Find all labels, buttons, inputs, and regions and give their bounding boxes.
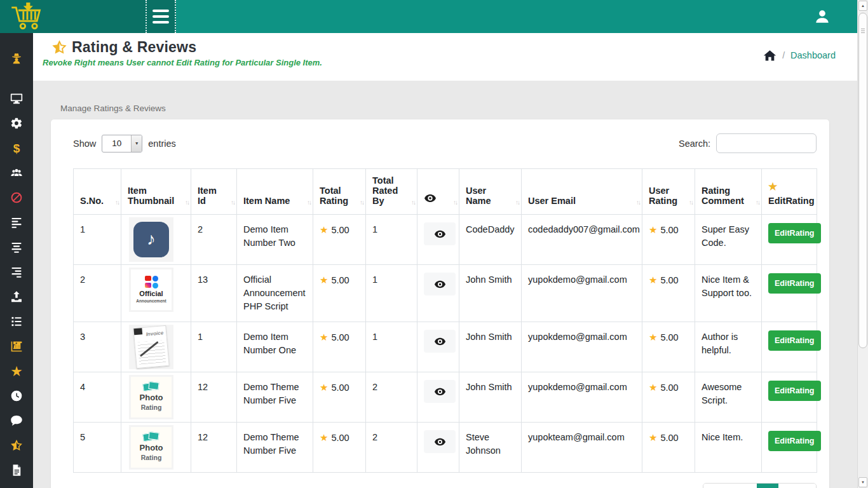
sno-cell: 4 <box>74 372 121 423</box>
sort-icon: ↑↓ <box>689 199 693 206</box>
sidebar-item-comments[interactable] <box>7 412 26 430</box>
column-header-user-rating[interactable]: User Rating↑↓ <box>642 169 695 215</box>
sidebar-item-ratings[interactable]: ★ <box>7 362 26 380</box>
sidebar-item-ordered-list[interactable] <box>7 313 26 330</box>
comment-icon <box>10 414 23 427</box>
column-header-view[interactable]: ↑↓ <box>417 169 459 215</box>
sidebar-item-reviews[interactable] <box>7 437 26 454</box>
sidebar-item-history[interactable] <box>7 387 26 405</box>
column-header-user-email[interactable]: User Email↑↓ <box>522 169 642 215</box>
pagination-next[interactable]: Next <box>778 484 816 488</box>
sidebar-item-payments[interactable]: $ <box>7 139 26 157</box>
sidebar-item-settings[interactable] <box>7 114 26 132</box>
brand-logo[interactable] <box>0 0 146 33</box>
user-menu-button[interactable] <box>814 8 831 25</box>
vertical-scrollbar[interactable]: ▲ ▼ <box>857 0 868 488</box>
user-icon <box>814 8 831 25</box>
search-input[interactable] <box>716 133 817 153</box>
sidebar-item-banned[interactable] <box>7 189 26 207</box>
item-thumbnail-image: Photo Rating <box>131 427 172 468</box>
item-thumbnail-image: Photo Rating <box>131 377 172 417</box>
facebook-icon <box>153 276 158 281</box>
view-rating-button[interactable] <box>424 222 456 245</box>
page-length-select[interactable]: 10 ▼ <box>102 135 142 152</box>
column-header-user-name[interactable]: User Name↑↓ <box>459 169 522 215</box>
scrollbar-grip <box>861 29 865 34</box>
hamburger-menu-button[interactable] <box>146 0 176 33</box>
scroll-down-button[interactable]: ▼ <box>858 477 867 487</box>
view-rating-button[interactable] <box>424 430 456 453</box>
sno-cell: 1 <box>74 215 121 265</box>
rating-comment-cell: Awesome Script. <box>695 372 762 423</box>
column-header-total-rated-by[interactable]: Total Rated By↑↓ <box>366 169 417 215</box>
eye-icon <box>434 436 446 448</box>
star-icon: ★ <box>768 180 804 193</box>
sort-icon: ↑↓ <box>360 199 363 206</box>
total-rating-cell: ★5.00 <box>313 322 366 372</box>
user-email-cell: yupokdemo@gmail.com <box>522 372 642 423</box>
youtube-icon <box>145 276 151 281</box>
sidebar-item-list-2[interactable] <box>7 238 26 256</box>
breadcrumb-dashboard-link[interactable]: Dashboard <box>790 50 836 60</box>
sidebar-item-desktop[interactable] <box>7 90 26 107</box>
eye-icon <box>434 278 446 290</box>
column-header-sno[interactable]: S.No.↑↓ <box>74 169 121 215</box>
sort-icon: ↑↓ <box>636 199 640 206</box>
user-name-cell: John Smith <box>459 322 522 372</box>
sidebar-item-upload[interactable] <box>7 288 26 306</box>
view-rating-button[interactable] <box>424 273 456 295</box>
topbar <box>0 0 857 33</box>
page-length-value: 10 <box>102 139 131 148</box>
pagination-previous[interactable]: Previous <box>703 484 757 488</box>
item-id-cell: 12 <box>191 423 237 473</box>
user-email-cell: yupokteam@gmail.com <box>522 423 642 473</box>
thumbnail-cell: ♪ <box>121 215 191 265</box>
sidebar-item-pages[interactable] <box>7 461 26 479</box>
column-header-rating-comment[interactable]: Rating Comment↑↓ <box>695 169 762 215</box>
sort-icon: ↑↓ <box>185 199 189 206</box>
edit-cell: EditRating <box>762 423 817 473</box>
star-icon: ★ <box>649 432 657 443</box>
edit-rating-button[interactable]: EditRating <box>768 330 821 351</box>
sidebar-item-list-1[interactable] <box>7 214 26 231</box>
view-cell <box>417 215 459 265</box>
list-ol-icon <box>10 315 23 328</box>
breadcrumb: / Dashboard <box>763 48 836 62</box>
edit-rating-button[interactable]: EditRating <box>768 431 821 451</box>
eye-icon <box>424 192 437 205</box>
column-header-item-name[interactable]: Item Name↑↓ <box>237 169 313 215</box>
edit-rating-button[interactable]: EditRating <box>768 273 821 294</box>
edit-rating-button[interactable]: EditRating <box>768 381 821 401</box>
sidebar-item-users[interactable] <box>7 164 26 182</box>
scrollbar-thumb[interactable] <box>858 13 867 348</box>
sidebar-item-list-3[interactable] <box>7 263 26 281</box>
view-cell <box>417 322 459 372</box>
home-icon[interactable] <box>763 49 776 62</box>
rating-comment-cell: Nice Item & Support too. <box>695 265 762 322</box>
sidebar: $ ★ <box>0 33 33 488</box>
user-rating-cell: ★5.00 <box>642 423 695 473</box>
column-header-item-id[interactable]: Item Id↑↓ <box>191 169 237 215</box>
total-rating-cell: ★5.00 <box>313 215 366 265</box>
star-icon: ★ <box>649 224 657 235</box>
column-header-total-rating[interactable]: Total Rating↑↓ <box>313 169 366 215</box>
rating-comment-cell: Nice Item. <box>695 423 762 473</box>
total-rated-by-cell: 1 <box>366 215 417 265</box>
thumbnail-cell: Photo Rating <box>121 372 191 423</box>
edit-rating-button[interactable]: EditRating <box>768 223 821 243</box>
sidebar-item-reports[interactable] <box>7 337 26 355</box>
user-rating-cell: ★5.00 <box>642 372 695 423</box>
total-rated-by-cell: 1 <box>366 265 417 322</box>
item-id-cell: 1 <box>191 322 237 372</box>
page-length-control: Show 10 ▼ entries <box>73 135 176 152</box>
scroll-up-button[interactable]: ▲ <box>858 1 867 11</box>
thumbnail-cell: Photo Rating <box>121 423 191 473</box>
column-header-item-thumbnail[interactable]: Item Thumbnail↑↓ <box>121 169 191 215</box>
sidebar-item-admin[interactable] <box>7 50 26 67</box>
user-rating-cell: ★5.00 <box>642 265 695 322</box>
view-rating-button[interactable] <box>424 330 456 353</box>
align-center-icon <box>10 241 23 254</box>
file-icon <box>10 464 23 477</box>
view-rating-button[interactable] <box>424 380 456 403</box>
pagination-page-1[interactable]: 1 <box>757 484 778 488</box>
